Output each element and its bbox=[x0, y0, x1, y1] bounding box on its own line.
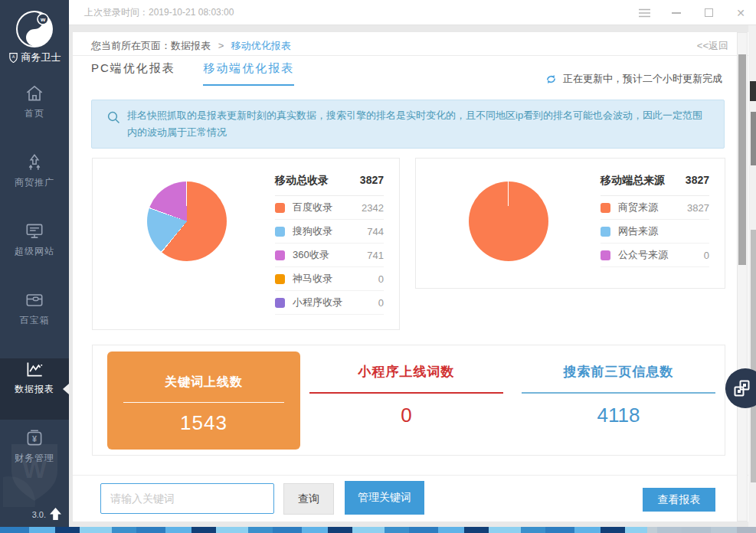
sidebar-item-label: 商贸推广 bbox=[0, 176, 69, 189]
legend-title: 移动端总来源 bbox=[601, 174, 665, 188]
stat-divider bbox=[522, 392, 715, 394]
legend-mobile-source: 移动端总来源 3827 商贸来源3827网告来源公众号来源0 bbox=[601, 171, 709, 267]
legend-item: 360收录741 bbox=[275, 244, 384, 267]
sidebar-item-finance[interactable]: ¥ 财务管理 bbox=[0, 427, 69, 489]
manage-keywords-button[interactable]: 管理关键词 bbox=[345, 481, 424, 515]
sidebar-item-label: 财务管理 bbox=[0, 452, 69, 465]
background-window-artifact bbox=[751, 230, 756, 482]
scrollbar-track[interactable] bbox=[737, 32, 748, 522]
legend-title-row: 移动总收录 3827 bbox=[275, 171, 384, 196]
window-controls: ✕ bbox=[638, 0, 747, 25]
legend-swatch bbox=[275, 227, 285, 237]
breadcrumb-row: 您当前所在页面：数据报表 > 移动优化报表 <<返回 bbox=[73, 32, 748, 56]
tab-pc-report[interactable]: PC端优化报表 bbox=[91, 61, 175, 84]
maximize-button[interactable] bbox=[702, 7, 715, 19]
breadcrumb-separator: > bbox=[218, 40, 224, 51]
brand-shield-icon: A bbox=[8, 52, 18, 63]
pie-chart-mobile-source bbox=[469, 181, 548, 261]
svg-text:A: A bbox=[11, 54, 15, 59]
desktop-taskbar-fragment bbox=[647, 527, 756, 533]
menu-icon[interactable] bbox=[638, 7, 650, 19]
legend-swatch bbox=[601, 227, 610, 237]
background-window-artifact bbox=[751, 112, 756, 165]
stat-value: 4118 bbox=[519, 404, 718, 427]
app-logo-icon: w bbox=[15, 9, 54, 52]
legend-swatch bbox=[601, 250, 610, 260]
legend-label: 小程序收录 bbox=[293, 296, 342, 309]
legend-item: 商贸来源3827 bbox=[601, 196, 709, 220]
query-button[interactable]: 查询 bbox=[283, 483, 334, 515]
update-status-text: 正在更新中，预计二个小时更新完成 bbox=[563, 72, 722, 86]
breadcrumb-current: 移动优化报表 bbox=[231, 40, 291, 51]
app-window: w A 商务卫士 首页 bbox=[0, 0, 756, 533]
legend-label: 搜狗收录 bbox=[293, 224, 332, 238]
active-item-arrow bbox=[63, 384, 69, 394]
stat-label: 搜索前三页信息数 bbox=[519, 363, 718, 381]
tab-mobile-report[interactable]: 移动端优化报表 bbox=[203, 61, 294, 86]
legend-label: 商贸来源 bbox=[618, 201, 658, 214]
sidebar-item-label: 数据报表 bbox=[0, 383, 69, 396]
sidebar: w A 商务卫士 首页 bbox=[0, 0, 69, 527]
scrollbar-thumb[interactable] bbox=[738, 54, 746, 265]
legend-swatch bbox=[275, 250, 285, 260]
stat-value: 0 bbox=[306, 404, 506, 427]
legend-swatch bbox=[275, 203, 285, 213]
version-label: 3.0. bbox=[32, 510, 46, 519]
legend-value: 2342 bbox=[362, 202, 384, 214]
stat-value: 1543 bbox=[107, 411, 300, 435]
sidebar-item-website[interactable]: 超级网站 bbox=[0, 221, 69, 282]
report-tabs: PC端优化报表 移动端优化报表 bbox=[91, 61, 319, 86]
legend-item: 神马收录0 bbox=[275, 267, 384, 291]
brand-name: 商务卫士 bbox=[21, 51, 61, 64]
sidebar-item-label: 超级网站 bbox=[0, 245, 69, 258]
legend-item: 公众号来源0 bbox=[601, 244, 709, 267]
stat-miniprogram-words: 小程序上线词数 0 bbox=[300, 363, 512, 427]
legend-label: 网告来源 bbox=[618, 224, 658, 238]
section-divider bbox=[73, 475, 748, 476]
keyword-input[interactable] bbox=[100, 483, 274, 514]
desktop-wallpaper-strip bbox=[0, 527, 756, 533]
update-status: 正在更新中，预计二个小时更新完成 bbox=[545, 72, 722, 86]
background-window-artifact bbox=[750, 81, 756, 101]
sidebar-item-reports[interactable]: 数据报表 bbox=[0, 358, 69, 420]
stats-panel: 关键词上线数 1543 小程序上线词数 0 搜索前三页信息数 4118 bbox=[92, 345, 725, 456]
chart-icon bbox=[24, 358, 45, 380]
legend-item: 搜狗收录744 bbox=[275, 220, 384, 244]
legend-title: 移动总收录 bbox=[275, 174, 329, 188]
sidebar-item-toolbox[interactable]: 百宝箱 bbox=[0, 289, 69, 351]
minimize-button[interactable] bbox=[670, 7, 682, 19]
legend-total: 3827 bbox=[360, 174, 384, 186]
monitor-icon bbox=[24, 221, 45, 242]
last-login-text: 上次登录时间：2019-10-21 08:03:00 bbox=[84, 0, 234, 25]
sidebar-item-home[interactable]: 首页 bbox=[0, 83, 69, 144]
breadcrumb: 您当前所在页面：数据报表 > 移动优化报表 bbox=[91, 39, 291, 53]
pie-chart-mobile-index bbox=[147, 181, 227, 261]
legend-swatch bbox=[601, 203, 610, 213]
sidebar-nav: 首页 商贸推广 超级网站 bbox=[0, 75, 69, 489]
legend-item: 网告来源 bbox=[601, 220, 709, 244]
legend-swatch bbox=[275, 274, 285, 284]
refresh-icon bbox=[545, 73, 558, 86]
legend-value: 0 bbox=[704, 250, 709, 261]
stat-divider bbox=[123, 402, 284, 403]
close-button[interactable]: ✕ bbox=[735, 7, 747, 19]
legend-value: 741 bbox=[367, 250, 384, 261]
brand: A 商务卫士 bbox=[0, 51, 69, 64]
legend-item: 小程序收录0 bbox=[275, 291, 384, 315]
mobile-index-card: 移动总收录 3827 百度收录2342搜狗收录744360收录741神马收录0小… bbox=[92, 158, 400, 330]
update-arrow-icon[interactable] bbox=[50, 508, 61, 521]
legend-label: 公众号来源 bbox=[618, 248, 668, 262]
legend-value: 3827 bbox=[687, 202, 709, 214]
legend-value: 0 bbox=[378, 297, 384, 309]
legend-value: 0 bbox=[378, 273, 384, 285]
return-link[interactable]: <<返回 bbox=[697, 39, 728, 53]
promotion-arrows-icon bbox=[24, 152, 45, 173]
legend-swatch bbox=[275, 298, 285, 308]
sidebar-item-label: 百宝箱 bbox=[0, 314, 69, 327]
sidebar-item-promotion[interactable]: 商贸推广 bbox=[0, 152, 69, 213]
view-report-button[interactable]: 查看报表 bbox=[643, 488, 715, 512]
breadcrumb-parent: 数据报表 bbox=[171, 40, 211, 51]
stat-keyword-online: 关键词上线数 1543 bbox=[107, 352, 300, 450]
legend-label: 神马收录 bbox=[293, 272, 332, 286]
mobile-source-card: 移动端总来源 3827 商贸来源3827网告来源公众号来源0 bbox=[415, 158, 725, 289]
